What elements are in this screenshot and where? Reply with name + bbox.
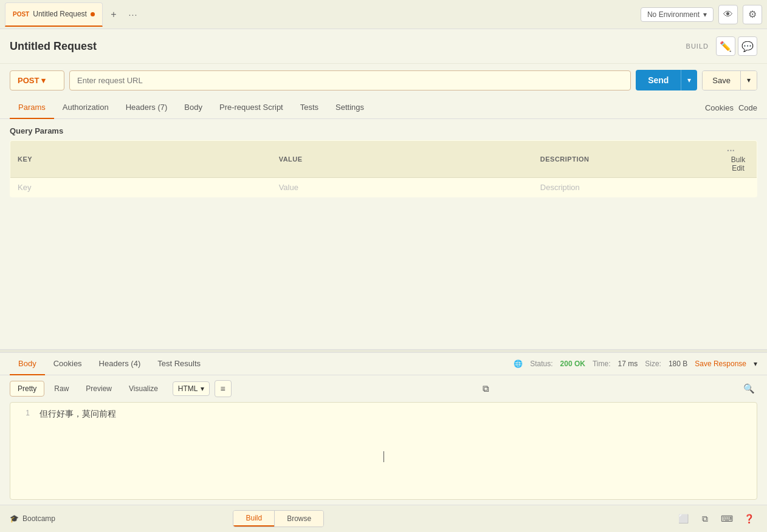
send-dropdown-button[interactable]: ▾: [681, 70, 697, 90]
bottom-icons: ⬜ ⧉ ⌨ ❓: [675, 510, 757, 527]
build-button[interactable]: Build: [233, 511, 274, 527]
eye-icon-button[interactable]: 👁: [718, 5, 738, 24]
tab-right-actions: Cookies Code: [705, 103, 757, 112]
send-button-group: Send ▾: [636, 70, 697, 90]
query-params-title: Query Params: [10, 126, 757, 135]
url-input[interactable]: [69, 70, 631, 90]
response-section: Body Cookies Headers (4) Test Results 🌐 …: [0, 353, 767, 505]
method-selector[interactable]: POST ▾: [10, 70, 64, 90]
size-value: 180 B: [669, 360, 687, 368]
response-status: 🌐 Status: 200 OK Time: 17 ms Size: 180 B…: [514, 360, 757, 368]
desc-placeholder: Description: [540, 183, 580, 192]
format-tab-raw[interactable]: Raw: [47, 381, 76, 396]
params-section: Query Params KEY VALUE DESCRIPTION ··· B…: [0, 119, 767, 197]
col-key-header: KEY: [10, 141, 272, 178]
chevron-down-icon: ▾: [703, 10, 707, 19]
key-placeholder: Key: [18, 183, 31, 192]
resp-tab-headers[interactable]: Headers (4): [91, 353, 150, 375]
resp-tab-body[interactable]: Body: [10, 353, 45, 375]
bulk-edit-button[interactable]: Bulk Edit: [727, 155, 749, 172]
resp-tab-cookies[interactable]: Cookies: [45, 353, 91, 375]
save-button-group: Save ▾: [702, 70, 757, 90]
edit-icon-button[interactable]: ✏️: [716, 36, 735, 56]
browse-button[interactable]: Browse: [275, 511, 323, 527]
send-button[interactable]: Send: [636, 70, 681, 90]
tab-bar: POST Untitled Request + ··· No Environme…: [0, 0, 767, 29]
desc-cell[interactable]: Description: [533, 178, 720, 197]
tab-settings[interactable]: Settings: [327, 97, 373, 119]
response-content: 1 但行好事，莫问前程: [10, 402, 757, 500]
action-cell: [720, 178, 757, 197]
tab-params[interactable]: Params: [10, 97, 54, 119]
chevron-down-icon: ▾: [41, 76, 46, 85]
tab-headers[interactable]: Headers (7): [117, 97, 176, 119]
chevron-down-icon: ▾: [201, 384, 204, 393]
mid-spacer: [0, 197, 767, 349]
request-tabs: Params Authorization Headers (7) Body Pr…: [0, 97, 767, 119]
format-type-selector[interactable]: HTML ▾: [173, 381, 210, 396]
page-header: Untitled Request BUILD ✏️ 💬: [0, 29, 767, 64]
tab-bar-right: No Environment ▾ 👁 ⚙: [641, 5, 762, 24]
bootcamp-label: Bootcamp: [22, 514, 55, 523]
save-button[interactable]: Save: [703, 71, 740, 90]
value-cell[interactable]: Value: [272, 178, 533, 197]
add-tab-button[interactable]: +: [105, 6, 122, 23]
bootcamp-button[interactable]: 🎓 Bootcamp: [10, 514, 55, 523]
response-line-1: 1 但行好事，莫问前程: [10, 403, 757, 426]
settings-icon-button[interactable]: ⚙: [743, 5, 762, 24]
response-tabs-bar: Body Cookies Headers (4) Test Results 🌐 …: [0, 353, 767, 375]
keyboard-icon-button[interactable]: ⌨: [718, 510, 735, 527]
build-label: BUILD: [686, 43, 709, 50]
tab-untitled-request[interactable]: POST Untitled Request: [5, 2, 103, 27]
text-cursor: [384, 451, 384, 462]
value-placeholder: Value: [279, 183, 298, 192]
tab-modified-dot: [91, 12, 95, 16]
size-label: Size:: [645, 360, 661, 368]
status-label: Status:: [530, 360, 552, 368]
tab-title: Untitled Request: [33, 10, 87, 18]
response-text-1: 但行好事，莫问前程: [40, 409, 116, 420]
col-action-header: ··· Bulk Edit: [720, 141, 757, 178]
tab-authorization[interactable]: Authorization: [54, 97, 117, 119]
params-table: KEY VALUE DESCRIPTION ··· Bulk Edit Key …: [10, 140, 757, 197]
env-label: No Environment: [647, 10, 700, 19]
copy-icon-button[interactable]: ⧉: [477, 380, 494, 397]
tab-body[interactable]: Body: [176, 97, 211, 119]
environment-selector[interactable]: No Environment ▾: [641, 7, 714, 22]
sidebar-icon-button[interactable]: ⬜: [675, 510, 692, 527]
tab-tests[interactable]: Tests: [292, 97, 327, 119]
comment-icon-button[interactable]: 💬: [738, 36, 757, 56]
format-tab-pretty[interactable]: Pretty: [10, 381, 44, 397]
format-tab-preview[interactable]: Preview: [78, 381, 119, 396]
format-tab-visualize[interactable]: Visualize: [122, 381, 165, 396]
status-value: 200 OK: [560, 360, 585, 368]
key-cell[interactable]: Key: [10, 178, 272, 197]
time-label: Time:: [593, 360, 611, 368]
table-options-icon[interactable]: ···: [727, 146, 735, 155]
more-tabs-button[interactable]: ···: [125, 6, 142, 23]
line-number-1: 1: [18, 409, 30, 417]
save-dropdown-button[interactable]: ▾: [740, 71, 757, 90]
split-icon-button[interactable]: ⧉: [696, 510, 714, 527]
time-value: 17 ms: [618, 360, 638, 368]
format-type-label: HTML: [178, 384, 198, 393]
help-icon-button[interactable]: ❓: [740, 510, 757, 527]
table-row: Key Value Description: [10, 178, 757, 197]
search-icon-button[interactable]: 🔍: [740, 380, 757, 397]
col-value-header: VALUE: [272, 141, 533, 178]
save-response-button[interactable]: Save Response: [695, 360, 746, 368]
resp-tab-test-results[interactable]: Test Results: [149, 353, 209, 375]
tab-pre-request-script[interactable]: Pre-request Script: [211, 97, 292, 119]
wrap-button[interactable]: ≡: [215, 380, 232, 397]
build-browse-group: Build Browse: [233, 510, 324, 527]
save-response-dropdown-icon[interactable]: ▾: [754, 360, 757, 368]
method-label: POST: [18, 76, 39, 85]
col-desc-header: DESCRIPTION: [533, 141, 720, 178]
code-link[interactable]: Code: [738, 103, 757, 112]
tab-method-badge: POST: [13, 11, 29, 18]
cursor-area: [10, 426, 757, 499]
wrap-icon: ≡: [220, 384, 225, 394]
bottom-bar: 🎓 Bootcamp Build Browse ⬜ ⧉ ⌨ ❓: [0, 505, 767, 532]
globe-icon: 🌐: [514, 360, 523, 368]
cookies-link[interactable]: Cookies: [705, 103, 734, 112]
